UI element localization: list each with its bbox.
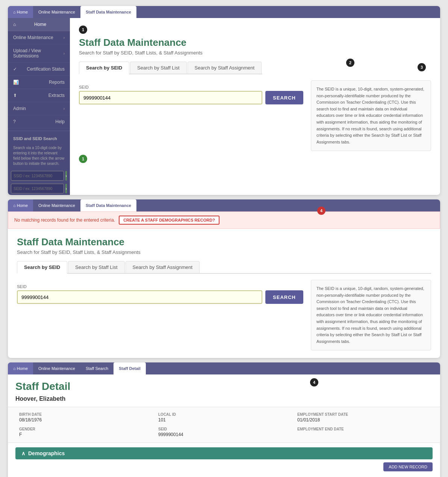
birth-date-label: BIRTH DATE xyxy=(19,412,151,417)
search-left-1: SEID SEARCH xyxy=(79,80,303,151)
seid-sidebar-input[interactable] xyxy=(11,184,64,193)
sidebar-item-reports[interactable]: 📊 Reports xyxy=(8,76,70,89)
home-icon: ⌂ xyxy=(13,203,16,208)
report-icon: 📊 xyxy=(13,80,19,85)
seid-detail-label: SEID xyxy=(158,427,290,431)
seid-search-row-main: SEARCH xyxy=(79,91,303,104)
chevron-right-icon: › xyxy=(64,51,65,56)
seid-main-input-2[interactable] xyxy=(17,290,262,304)
home-icon: ⌂ xyxy=(13,22,16,27)
tab-search-staff-list-2[interactable]: Search by Staff List xyxy=(68,261,125,273)
panel-3: ⌂ Home Online Maintenance Staff Search S… xyxy=(8,362,440,477)
help-text-box-1: The SEID is a unique, 10-digit, random, … xyxy=(311,80,431,151)
sidebar: ⌂ Home Online Maintenance › Upload / Vie… xyxy=(8,18,70,195)
staff-detail-title: Staff Detail xyxy=(8,380,440,392)
breadcrumb-home-2[interactable]: ⌂ Home xyxy=(8,199,33,211)
breadcrumb-online-maintenance-2[interactable]: Online Maintenance xyxy=(33,199,80,211)
home-icon: ⌂ xyxy=(13,10,16,14)
search-container-1: SEID SEARCH The SEID is a unique, 10-dig… xyxy=(79,80,431,151)
sidebar-item-help[interactable]: ? Help xyxy=(8,115,70,128)
emp-start-field: EMPLOYMENT START DATE 01/01/2018 xyxy=(294,410,433,425)
emp-start-label: EMPLOYMENT START DATE xyxy=(297,412,429,417)
main-content-1: 1 Staff Data Maintenance Search for Staf… xyxy=(70,18,440,195)
alert-banner: 4 No matching records found for the ente… xyxy=(8,211,440,229)
gender-label: GENDER xyxy=(19,427,151,431)
breadcrumb-online-maintenance-3[interactable]: Online Maintenance xyxy=(33,362,80,374)
gender-value: F xyxy=(19,432,151,437)
breadcrumb-home-1[interactable]: ⌂ Home xyxy=(8,6,33,18)
seid-field-label-2: SEID xyxy=(17,284,303,289)
main-content-2: Staff Data Maintenance Search for Staff … xyxy=(8,229,440,358)
chevron-up-icon: ∧ xyxy=(21,450,25,456)
page-subtitle-2: Search for Staff by SEID, Staff Lists, &… xyxy=(17,249,431,255)
seid-main-input[interactable] xyxy=(79,91,262,104)
ssid-search-row: › xyxy=(8,169,70,182)
search-left-2: SEID SEARCH xyxy=(17,280,303,350)
page-title-2: Staff Data Maintenance xyxy=(17,236,431,248)
breadcrumb-staff-detail[interactable]: Staff Detail xyxy=(114,362,145,374)
home-icon: ⌂ xyxy=(13,366,16,371)
seid-sidebar-search-button[interactable]: › xyxy=(65,184,67,193)
step3-badge: 3 xyxy=(418,63,426,71)
add-new-record-button[interactable]: ADD NEW RECORD xyxy=(383,462,433,471)
sidebar-item-upload[interactable]: Upload / View Submissions › xyxy=(8,44,70,63)
tab-search-assignment-2[interactable]: Search by Staff Assignment xyxy=(126,261,200,273)
help-text-box-2: The SEID is a unique, 10-digit, random, … xyxy=(311,280,431,350)
sidebar-section-label: SSID and SEID Search xyxy=(8,133,70,144)
step2-badge: 2 xyxy=(346,59,354,67)
breadcrumb-staff-data-1[interactable]: Staff Data Maintenance xyxy=(80,6,136,18)
tab-search-seid-1[interactable]: Search by SEID xyxy=(79,62,129,74)
step4-badge-panel2: 4 xyxy=(317,207,325,215)
search-button-2[interactable]: SEARCH xyxy=(265,290,303,304)
check-icon: ✓ xyxy=(13,66,17,72)
local-id-value: 101 xyxy=(158,417,290,423)
staff-info-grid: BIRTH DATE 08/18/1976 LOCAL ID 101 EMPLO… xyxy=(8,407,440,443)
sidebar-section-desc: Search via a 10-digit code by entering i… xyxy=(8,144,70,169)
staff-name: Hoover, Elizabeth xyxy=(8,395,440,407)
breadcrumb-bar-1: ⌂ Home Online Maintenance Staff Data Mai… xyxy=(8,6,440,18)
sidebar-divider xyxy=(8,131,70,131)
demographics-container: ∧ Demographics ADD NEW RECORD Actions ▼ … xyxy=(8,447,440,477)
ssid-search-button[interactable]: › xyxy=(65,171,67,181)
step1-badge: 1 xyxy=(79,26,87,34)
create-record-button[interactable]: CREATE A STAFF DEMOGRAPHICS RECORD? xyxy=(119,216,219,225)
emp-start-value: 01/01/2018 xyxy=(297,417,429,423)
sidebar-item-home[interactable]: ⌂ Home xyxy=(8,18,70,31)
sidebar-item-extracts[interactable]: ⬆ Extracts xyxy=(8,89,70,102)
breadcrumb-bar-3: ⌂ Home Online Maintenance Staff Search S… xyxy=(8,362,440,374)
seid-field-group-2: SEID SEARCH xyxy=(17,284,303,304)
sidebar-item-online-maintenance[interactable]: Online Maintenance › xyxy=(8,31,70,44)
breadcrumb-bar-2: ⌂ Home Online Maintenance Staff Data Mai… xyxy=(8,199,440,211)
birth-date-value: 08/18/1976 xyxy=(19,417,151,423)
chevron-right-icon: › xyxy=(64,36,65,40)
seid-field-group: SEID SEARCH xyxy=(79,85,303,104)
page-title-1: Staff Data Maintenance xyxy=(79,37,431,48)
step1-green-badge: 1 xyxy=(79,155,87,163)
help-icon: ? xyxy=(13,119,16,124)
page-subtitle-1: Search for Staff by SEID, Staff Lists, &… xyxy=(79,50,431,56)
chevron-right-icon: › xyxy=(64,107,65,111)
sidebar-item-admin[interactable]: Admin › xyxy=(8,102,70,115)
breadcrumb-home-3[interactable]: ⌂ Home xyxy=(8,362,33,374)
seid-detail-value: 9999900144 xyxy=(158,432,290,437)
tab-search-seid-2[interactable]: Search by SEID xyxy=(17,261,67,274)
breadcrumb-staff-data-2[interactable]: Staff Data Maintenance xyxy=(80,199,136,211)
breadcrumb-staff-search[interactable]: Staff Search xyxy=(80,362,114,374)
demographics-section-header[interactable]: ∧ Demographics xyxy=(15,447,433,459)
demographics-section-body: ADD NEW RECORD Actions ▼ Record Effectiv… xyxy=(15,459,433,477)
local-id-label: LOCAL ID xyxy=(158,412,290,417)
extract-icon: ⬆ xyxy=(13,93,17,98)
search-button-1[interactable]: SEARCH xyxy=(265,91,303,104)
ssid-input[interactable] xyxy=(11,171,64,181)
seid-field-detail: SEID 9999900144 xyxy=(154,425,294,439)
emp-end-field: EMPLOYMENT END DATE xyxy=(294,425,433,439)
search-tabs-2: Search by SEID Search by Staff List Sear… xyxy=(17,261,431,274)
tab-search-staff-list-1[interactable]: Search by Staff List xyxy=(130,62,187,74)
seid-field-label: SEID xyxy=(79,85,303,89)
seid-search-row-2: SEARCH xyxy=(17,290,303,304)
sidebar-item-certification[interactable]: ✓ Certification Status xyxy=(8,63,70,76)
seid-search-row: › xyxy=(8,182,70,195)
breadcrumb-online-maintenance-1[interactable]: Online Maintenance xyxy=(33,6,80,18)
tab-search-assignment-1[interactable]: Search by Staff Assignment xyxy=(188,62,262,74)
panel-2: ⌂ Home Online Maintenance Staff Data Mai… xyxy=(8,199,440,358)
